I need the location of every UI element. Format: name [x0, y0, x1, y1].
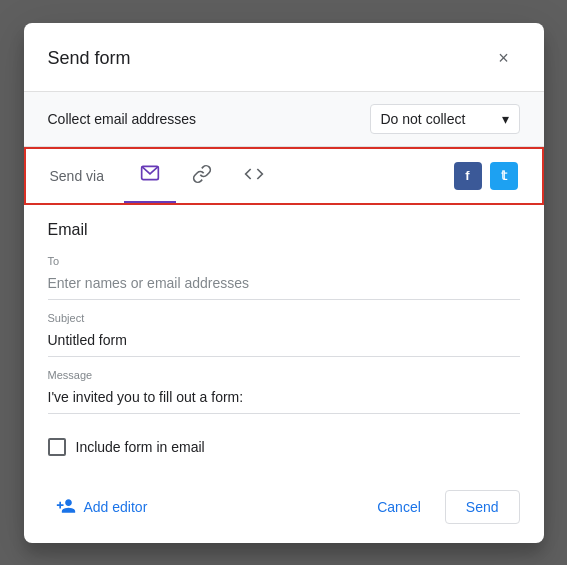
dialog-footer: Add editor Cancel Send — [24, 476, 544, 543]
facebook-icon[interactable]: f — [454, 162, 482, 190]
email-icon — [140, 163, 160, 187]
social-icons: f 𝕥 — [454, 162, 518, 190]
send-form-dialog: Send form × Collect email addresses Do n… — [24, 23, 544, 543]
add-person-icon — [56, 496, 76, 519]
collect-email-select[interactable]: Do not collect ▾ — [370, 104, 520, 134]
collect-email-row: Collect email addresses Do not collect ▾ — [24, 91, 544, 147]
dialog-title: Send form — [48, 48, 131, 69]
include-form-row: Include form in email — [48, 426, 520, 468]
email-section: Email To Subject Message Include form in… — [24, 205, 544, 476]
collect-email-label: Collect email addresses — [48, 111, 197, 127]
subject-input[interactable] — [48, 328, 520, 357]
send-button[interactable]: Send — [445, 490, 520, 524]
send-via-tabs — [124, 149, 454, 203]
subject-field-group: Subject — [48, 312, 520, 357]
add-editor-label: Add editor — [84, 499, 148, 515]
cancel-button[interactable]: Cancel — [361, 491, 437, 523]
to-label: To — [48, 255, 520, 267]
tab-embed[interactable] — [228, 150, 280, 202]
message-input[interactable] — [48, 385, 520, 414]
close-button[interactable]: × — [488, 43, 520, 75]
link-icon — [192, 164, 212, 188]
chevron-down-icon: ▾ — [502, 111, 509, 127]
to-input[interactable] — [48, 271, 520, 300]
embed-icon — [244, 164, 264, 188]
collect-select-value: Do not collect — [381, 111, 466, 127]
send-via-row: Send via — [24, 147, 544, 205]
twitter-icon[interactable]: 𝕥 — [490, 162, 518, 190]
include-form-label: Include form in email — [76, 439, 205, 455]
footer-actions: Cancel Send — [361, 490, 519, 524]
include-form-checkbox[interactable] — [48, 438, 66, 456]
tab-email[interactable] — [124, 149, 176, 203]
to-field-group: To — [48, 255, 520, 300]
dialog-header: Send form × — [24, 23, 544, 91]
subject-label: Subject — [48, 312, 520, 324]
message-field-group: Message — [48, 369, 520, 414]
email-section-title: Email — [48, 221, 520, 239]
tab-link[interactable] — [176, 150, 228, 202]
message-label: Message — [48, 369, 520, 381]
send-via-label: Send via — [50, 168, 104, 184]
add-editor-button[interactable]: Add editor — [48, 488, 156, 527]
